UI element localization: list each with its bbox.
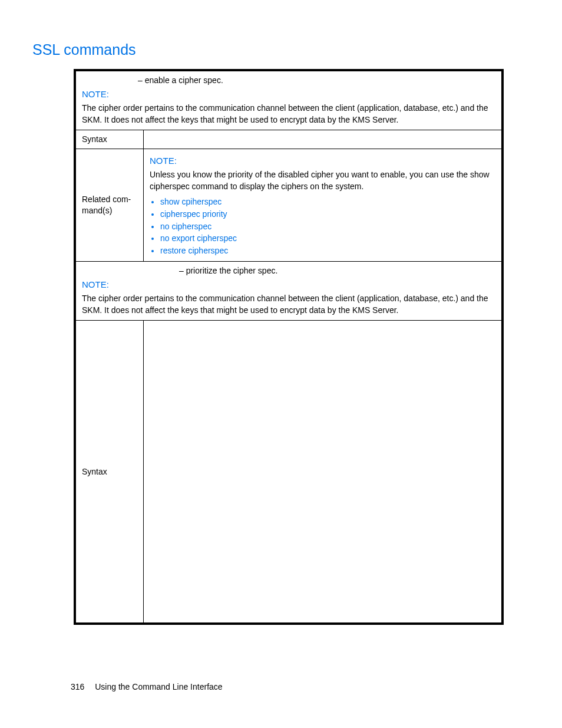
table-row: Syntax (76, 130, 502, 149)
note-title: NOTE: (82, 279, 495, 291)
note-title: NOTE: (82, 88, 495, 100)
list-item: show cpiherspec (160, 196, 495, 207)
list-item: no export cipherspec (160, 233, 495, 244)
related-commands-list: show cpiherspec cipherspec priority no c… (150, 196, 495, 256)
note-body: The cipher order pertains to the communi… (82, 293, 495, 317)
command-table: – enable a cipher spec. NOTE: The cipher… (74, 69, 504, 625)
note-title: NOTE: (150, 155, 495, 167)
row-label: Related com­mand(s) (76, 149, 144, 261)
page-number: 316 (71, 682, 84, 691)
list-item: cipherspec priority (160, 209, 495, 220)
note-body: Unless you know the priority of the disa… (150, 169, 495, 193)
table-row: Related com­mand(s) NOTE: Unless you kno… (76, 149, 502, 261)
related-commands-cell: NOTE: Unless you know the priority of th… (144, 149, 502, 261)
note-body: The cipher order pertains to the communi… (82, 103, 495, 126)
footer-title: Using the Command Line Interface (95, 682, 222, 691)
list-item: restore cipherspec (160, 245, 495, 256)
table-row: Syntax (76, 321, 502, 623)
row-label: Syntax (76, 321, 144, 623)
command-note-cell: – prioritize the cipher spec. NOTE: The … (76, 262, 502, 321)
table-row: – enable a cipher spec. NOTE: The cipher… (76, 71, 502, 130)
section-heading: SSL commands (32, 41, 530, 58)
syntax-cell (144, 130, 502, 149)
page-footer: 316 Using the Command Line Interface (71, 682, 223, 691)
row-label: Syntax (76, 130, 144, 149)
command-desc: – enable a cipher spec. (82, 75, 495, 86)
command-note-cell: – enable a cipher spec. NOTE: The cipher… (76, 71, 502, 130)
table-row: – prioritize the cipher spec. NOTE: The … (76, 262, 502, 321)
list-item: no cipherspec (160, 221, 495, 232)
document-page: SSL commands – enable a cipher spec. NOT… (0, 0, 562, 728)
syntax-cell (144, 321, 502, 623)
command-desc: – prioritize the cipher spec. (82, 265, 495, 276)
